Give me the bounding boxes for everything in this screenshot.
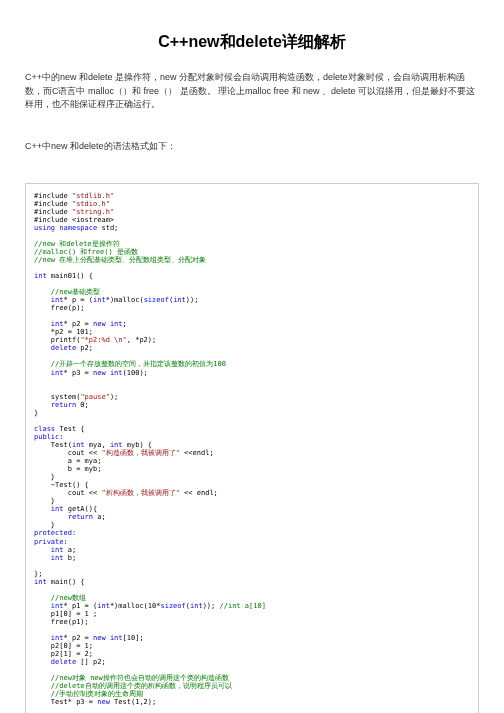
intro-paragraph: C++中的new 和delete 是操作符，new 分配对象时候会自动调用构造函… [25,71,479,112]
subheading: C++中new 和delete的语法格式如下： [25,140,479,153]
page-title: C++new和delete详细解析 [25,32,479,53]
code-block: #include "stdlib.h" #include "stdio.h" #… [25,183,479,714]
